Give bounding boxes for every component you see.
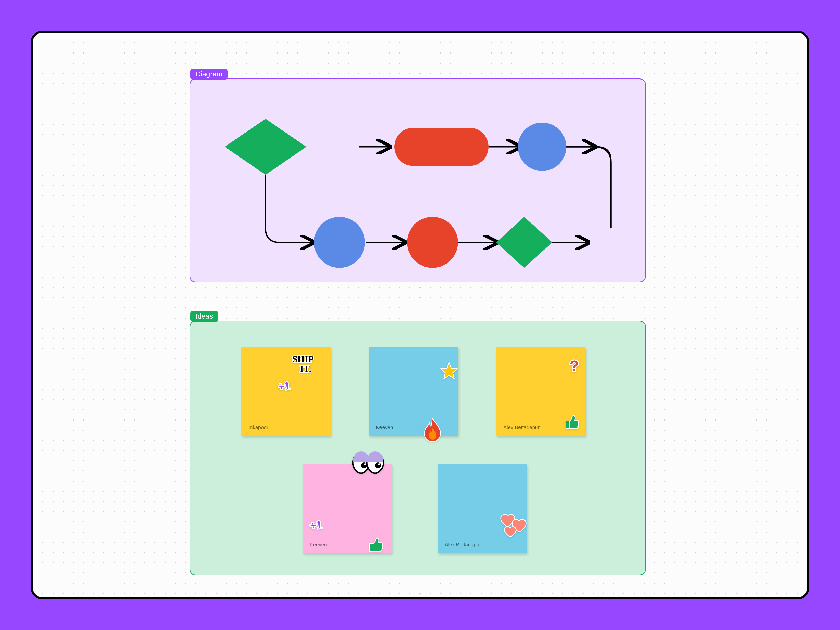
- star-sticker-icon[interactable]: [440, 362, 458, 380]
- section-diagram[interactable]: Diagram: [189, 79, 646, 283]
- diagram-svg[interactable]: [190, 79, 647, 283]
- shape-diamond[interactable]: [225, 119, 306, 175]
- sticky-author: Alex Bettadapur: [445, 542, 481, 548]
- svg-point-17: [364, 463, 366, 465]
- thumbs-up-sticker-icon[interactable]: [562, 413, 580, 431]
- section-label-diagram[interactable]: Diagram: [190, 69, 227, 80]
- svg-text:?: ?: [570, 357, 579, 374]
- sticky-author: Keeyen: [376, 425, 393, 431]
- svg-point-16: [375, 462, 381, 469]
- svg-text:IT.: IT.: [300, 364, 311, 374]
- shape-circle[interactable]: [518, 123, 566, 171]
- eyes-sticker-icon[interactable]: [351, 452, 387, 474]
- svg-text:SHIP: SHIP: [292, 354, 314, 364]
- plus-one-sticker-icon[interactable]: +1: [309, 518, 329, 533]
- question-sticker-icon[interactable]: ?: [568, 357, 583, 377]
- thumbs-up-sticker-icon[interactable]: [366, 535, 384, 553]
- svg-text:+1: +1: [309, 518, 323, 532]
- svg-text:+1: +1: [277, 379, 291, 393]
- sticky-author: mkapoor: [248, 425, 268, 431]
- shape-rounded-rect[interactable]: [394, 128, 489, 166]
- shape-circle[interactable]: [314, 217, 365, 268]
- section-label-ideas[interactable]: Ideas: [190, 311, 218, 322]
- hearts-sticker-icon[interactable]: [499, 513, 529, 540]
- svg-point-18: [378, 463, 380, 465]
- sticky-note[interactable]: Keeyen +1: [303, 464, 392, 553]
- figjam-canvas[interactable]: Diagram: [31, 31, 809, 599]
- fire-sticker-icon[interactable]: [422, 418, 443, 442]
- shape-diamond[interactable]: [496, 217, 552, 268]
- shape-circle[interactable]: [407, 217, 458, 268]
- section-ideas[interactable]: Ideas mkapoor SHIP IT. +1 Keeyen: [189, 321, 646, 575]
- plus-one-sticker-icon[interactable]: +1: [277, 379, 297, 394]
- sticky-author: Alex Bettadapur: [503, 425, 540, 431]
- sticky-note[interactable]: Alex Bettadapur ?: [496, 347, 586, 436]
- ship-it-sticker-icon[interactable]: SHIP IT.: [290, 352, 328, 375]
- sticky-note[interactable]: Alex Bettadapur: [437, 464, 527, 553]
- svg-point-15: [361, 462, 367, 469]
- sticky-note[interactable]: Keeyen: [369, 347, 458, 436]
- sticky-note[interactable]: mkapoor SHIP IT. +1: [242, 347, 330, 436]
- sticky-author: Keeyen: [309, 542, 327, 548]
